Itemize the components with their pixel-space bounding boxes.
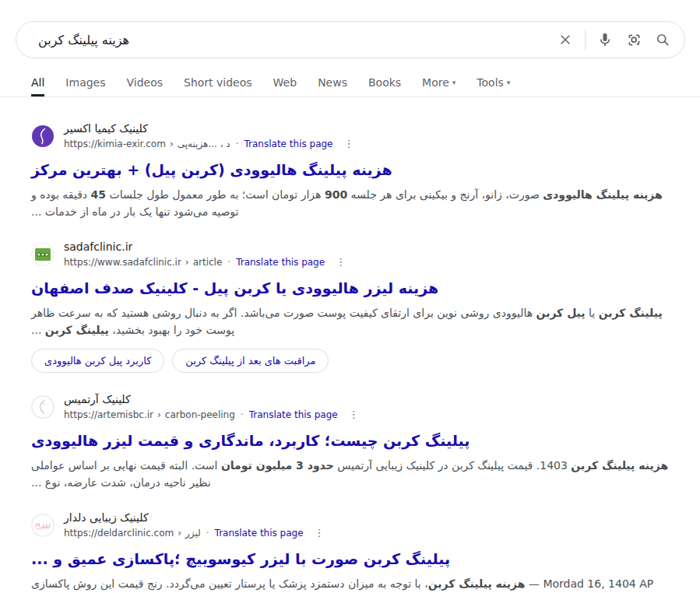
result-url: https://www.sadafclinic.ir [64,256,181,268]
clear-icon[interactable] [556,30,575,49]
search-result: کلینیک زیبایی دلدار https://deldarclinic… [31,511,670,593]
chips-row: کاربرد پیل کربن هالیوودیمراقبت های بعد ا… [31,349,670,373]
result-snippet: Mordad 16, 1404 AP — هزینه پیلینگ کربن، … [31,575,670,593]
dot-separator: · [206,527,209,539]
more-options-icon[interactable]: ⋮ [349,409,359,421]
lens-icon[interactable] [624,30,643,49]
site-name: کلینیک کیمیا اکسیر [64,121,148,135]
more-options-icon[interactable]: ⋮ [315,527,325,539]
snippet-segment: هزینه پیلینگ کربن [571,459,668,472]
breadcrumb: لیزر [185,527,201,539]
tab-label: Books [368,76,401,89]
result-snippet: هزینه پیلینگ هالیوودی صورت، زانو، آرنج و… [31,186,670,220]
tab-label: Tools [477,76,504,89]
tab-images[interactable]: Images [65,76,105,96]
breadcrumb-separator: › [170,138,174,150]
url-row: https://deldarclinic.com › لیزر · Transl… [64,527,325,539]
snippet-segment: 1403. قیمت پیلینگ کربن در کلینیک زیبایی … [334,459,572,472]
tab-news[interactable]: News [318,76,347,96]
tab-tools[interactable]: Tools ▾ [477,76,510,96]
tab-label: Short videos [184,76,252,89]
result-link[interactable]: sadafclinic.ir https://www.sadafclinic.i… [31,240,670,268]
site-favicon [31,395,55,419]
snippet-segment: است. البته قیمت نهایی بر اساس عواملی نظی… [31,459,221,489]
url-row: https://artemisbc.ir › carbon-peeling · … [64,409,359,421]
tab-label: News [318,76,347,89]
breadcrumb: carbon-peeling [165,409,235,421]
result-title[interactable]: پیلینگ کربن صورت با لیزر کیوسوییچ ؛پاکسا… [31,549,670,569]
tab-label: All [31,76,44,89]
result-tabs: All Images Videos Short videos Web News … [0,76,700,97]
site-block: sadafclinic.ir https://www.sadafclinic.i… [64,240,346,268]
tab-videos[interactable]: Videos [127,76,164,96]
breadcrumb-separator: › [185,256,189,268]
site-block: کلینیک کیمیا اکسیر https://kimia-exir.co… [64,121,354,150]
site-favicon [31,243,55,266]
results: کلینیک کیمیا اکسیر https://kimia-exir.co… [0,121,700,593]
breadcrumb: article [193,256,223,268]
tab-label: Images [65,76,105,89]
result-url: https://artemisbc.ir [64,409,153,421]
google-serp: هزینه پیلینگ کربن All Images [0,21,700,593]
breadcrumb-separator: › [157,409,161,421]
chevron-down-icon: ▾ [452,79,456,86]
result-snippet: پیلینگ کربن یا پیل کربن هالیوودی روشی نو… [31,304,670,339]
tab-label: Web [273,76,297,89]
related-chip[interactable]: مراقبت های بعد از پیلینگ کربن [172,349,329,373]
site-name: sadafclinic.ir [64,240,132,254]
search-input[interactable]: هزینه پیلینگ کربن [38,33,129,47]
tab-books[interactable]: Books [368,76,401,96]
dot-separator: · [236,138,239,150]
snippet-segment: هزار تومان است؛ به طور معمول طول جلسات [106,188,325,201]
snippet-segment: پیل کربن [536,307,586,319]
tab-label: Videos [127,76,164,89]
translate-link[interactable]: Translate this page [249,409,338,421]
dot-separator: · [227,256,230,268]
snippet-segment: حدود 3 میلیون تومان [221,459,334,472]
result-link[interactable]: کلینیک کیمیا اکسیر https://kimia-exir.co… [31,121,670,150]
snippet-segment: یا [586,307,599,319]
mic-icon[interactable] [596,30,614,49]
tab-more[interactable]: More ▾ [422,76,456,96]
more-options-icon[interactable]: ⋮ [336,256,346,268]
search-icon[interactable] [653,30,672,49]
tab-web[interactable]: Web [273,76,297,96]
url-row: https://www.sadafclinic.ir › article · T… [64,256,346,268]
site-favicon [31,125,55,148]
snippet-segment: Mordad 16, 1404 AP — [525,577,653,590]
chevron-down-icon: ▾ [507,79,511,86]
search-result: کلینیک کیمیا اکسیر https://kimia-exir.co… [31,121,670,220]
result-link[interactable]: کلینیک زیبایی دلدار https://deldarclinic… [31,511,670,539]
result-snippet: هزینه پیلینگ کربن 1403. قیمت پیلینگ کربن… [31,457,670,491]
snippet-segment: 900 [325,188,347,201]
result-url: https://kimia-exir.com [64,138,166,150]
result-link[interactable]: کلینیک آرتمیس https://artemisbc.ir › car… [31,392,670,421]
translate-link[interactable]: Translate this page [215,527,304,539]
tab-label: More [422,76,449,89]
tab-short-videos[interactable]: Short videos [184,76,252,96]
result-title[interactable]: هزینه لیزر هالیوودی یا کربن پیل - کلینیک… [31,279,670,298]
result-title[interactable]: هزینه پیلینگ هالیوودی (کربن پیل) + بهتری… [31,160,670,180]
more-options-icon[interactable]: ⋮ [344,138,354,150]
translate-link[interactable]: Translate this page [236,256,325,268]
site-name: کلینیک زیبایی دلدار [64,511,149,525]
snippet-segment: هزینه پیلینگ هالیوودی [543,188,663,201]
site-block: کلینیک زیبایی دلدار https://deldarclinic… [64,511,325,539]
site-name: کلینیک آرتمیس [64,392,131,406]
result-url: https://deldarclinic.com [64,527,174,539]
snippet-segment: هزینه پیلینگ کربن [428,577,526,590]
tab-all[interactable]: All [31,76,44,96]
related-chip[interactable]: کاربرد پیل کربن هالیوودی [31,349,164,373]
result-title[interactable]: پیلینگ کربن چیست؛ کاربرد، ماندگاری و قیم… [31,431,670,451]
breadcrumb-separator: › [178,527,181,539]
dot-separator: · [241,409,244,421]
translate-link[interactable]: Translate this page [244,138,333,150]
search-bar[interactable]: هزینه پیلینگ کربن [16,21,685,58]
snippet-segment: ... [31,324,45,336]
snippet-segment: 45 [91,188,106,201]
snippet-segment: صورت، زانو، آرنج و بیکینی برای هر جلسه [347,188,543,201]
snippet-segment: ، با توجه به میزان دستمزد پزشک یا پرستار… [31,577,428,593]
divider [585,30,586,50]
snippet-segment: پیلینگ کربن [599,307,663,319]
search-result: کلینیک آرتمیس https://artemisbc.ir › car… [31,392,670,491]
